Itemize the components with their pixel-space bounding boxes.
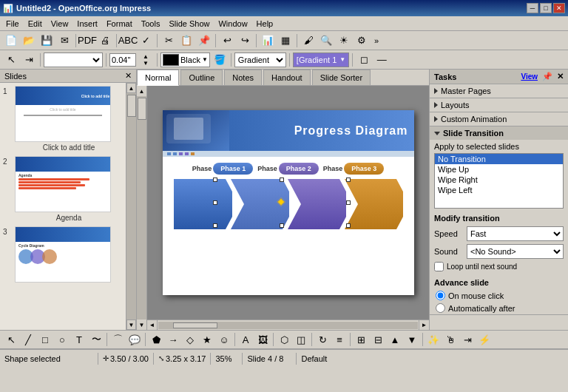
email-button[interactable]: ✉ [56,33,72,49]
shapes-btn[interactable]: ⬟ [148,331,164,348]
new-button[interactable]: 📄 [3,33,19,49]
table-button[interactable]: ▦ [277,33,294,49]
fromfile-btn[interactable]: 🖼 [254,331,271,348]
bring-front-btn[interactable]: ▲ [387,331,403,348]
size-up-btn[interactable]: ▲▼ [138,52,154,68]
auto-after-radio[interactable] [436,303,445,313]
slide-thumb-2[interactable]: 2 Agenda Agenda [3,156,123,222]
sel-handle-bl[interactable] [213,223,217,228]
menu-format[interactable]: Format [102,18,137,30]
line-tool[interactable]: ╱ [20,331,36,348]
size-input[interactable] [109,53,136,67]
sel-handle-tc[interactable] [280,178,284,182]
tasks-pin-icon[interactable]: 📌 [542,72,552,81]
save-button[interactable]: 💾 [38,33,55,49]
slides-panel-close[interactable]: ✕ [125,71,132,81]
speed-select[interactable]: Fast [467,226,564,241]
flowchart-btn[interactable]: ◇ [182,331,198,348]
print-button[interactable]: 🖨 [97,33,113,49]
menu-file[interactable]: File [1,18,24,30]
open-button[interactable]: 📂 [21,33,37,49]
stars-btn[interactable]: ★ [199,331,215,348]
slide-transition-header[interactable]: Slide Transition [430,126,568,140]
canvas-hscroll-thumb[interactable] [173,322,217,328]
callout-tool[interactable]: 💬 [126,331,143,348]
draw-btn1[interactable]: 🖌 [300,33,317,49]
overflow-btn[interactable]: » [374,36,379,45]
canvas-vscrollbar[interactable]: ▲ ▼ [137,86,147,330]
sel-handle-tl[interactable] [213,178,217,182]
effects-btn[interactable]: ⚡ [476,331,493,348]
symbols-btn[interactable]: ☺ [216,331,232,348]
arrows-btn[interactable]: → [165,331,181,348]
layouts-header[interactable]: Layouts [430,98,568,112]
slides-scroll-up[interactable]: ▲ [126,83,136,93]
select-tool[interactable]: ↖ [3,331,19,348]
close-button[interactable]: ✕ [553,3,565,13]
menu-view[interactable]: View [47,18,73,30]
undo-button[interactable]: ↩ [219,33,235,49]
group-btn[interactable]: ⊞ [353,331,369,348]
transition-no-transition[interactable]: No Transition [435,154,563,164]
draw-btn3[interactable]: ☀ [336,33,352,49]
autocorrect-button[interactable]: ✓ [138,33,154,49]
sound-select[interactable]: <No Sound> [467,244,564,259]
custom-animation-header[interactable]: Custom Animation [430,112,568,126]
fontwork-btn[interactable]: A [237,331,254,348]
slide-thumb-1[interactable]: 1 Click to add title Click to add title [3,86,123,152]
phase-pill-2[interactable]: Phase 2 [279,163,319,175]
text-tool[interactable]: T [71,331,87,348]
curve-tool[interactable]: 〜 [88,331,104,348]
connector-tool[interactable]: ⌒ [109,331,126,348]
gradient-dropdown-arrow[interactable]: ▼ [339,56,345,63]
animate-btn[interactable]: ✨ [425,331,442,348]
pointer-tool[interactable]: ↖ [3,52,19,68]
extrude-btn[interactable]: ⬡ [276,331,292,348]
ellipse-tool[interactable]: ○ [54,331,70,348]
redo-button[interactable]: ↪ [237,33,253,49]
transition-wipe-up[interactable]: Wipe Up [435,164,563,175]
sel-handle-mr[interactable] [346,200,351,205]
tasks-close-icon[interactable]: ✕ [557,72,564,81]
paste-button[interactable]: 📌 [196,33,212,49]
sel-handle-bc[interactable] [280,223,284,228]
slides-scroll-thumb[interactable] [127,95,136,117]
align-btn[interactable]: ≡ [331,331,348,348]
copy-button[interactable]: 📋 [178,33,195,49]
font-name-select[interactable] [44,53,103,67]
menu-insert[interactable]: Insert [72,18,102,30]
slide-thumb-3[interactable]: 3 Cycle Diagram [3,226,123,283]
menu-help[interactable]: Help [252,18,278,30]
shadow-btn[interactable]: ◻ [356,52,372,68]
canvas-hscroll-right[interactable]: ► [419,320,429,331]
tab-notes[interactable]: Notes [224,70,262,85]
tab-handout[interactable]: Handout [263,70,311,85]
rect-tool[interactable]: □ [37,331,53,348]
slides-vscrollbar[interactable]: ▲ ▼ [126,83,136,330]
ungroup-btn[interactable]: ⊟ [370,331,386,348]
slide-canvas[interactable]: Progress Diagram [163,110,414,295]
line-style-btn[interactable]: ― [373,52,390,68]
sel-handle-tr[interactable] [346,178,351,182]
menu-window[interactable]: Window [214,18,251,30]
tasks-view-btn[interactable]: View [521,72,538,81]
sel-handle-ml[interactable] [213,200,217,205]
transition-wipe-left[interactable]: Wipe Left [435,185,563,195]
loop-checkbox[interactable] [434,262,444,271]
maximize-button[interactable]: □ [540,3,552,13]
menu-edit[interactable]: Edit [24,18,47,30]
pdf-button[interactable]: PDF [79,33,95,49]
tab-slide-sorter[interactable]: Slide Sorter [312,70,371,85]
tab-order-btn[interactable]: ⇥ [21,52,37,68]
draw-btn2[interactable]: 🔍 [318,33,334,49]
master-pages-header[interactable]: Master Pages [430,84,568,98]
fill-type-select[interactable]: Gradient [234,53,286,67]
color-selector[interactable]: Black ▼ [160,53,210,67]
slides-scroll-down[interactable]: ▼ [126,320,136,330]
send-back-btn[interactable]: ▼ [404,331,420,348]
transition-wipe-right[interactable]: Wipe Right [435,175,563,185]
rotate-btn[interactable]: ↻ [314,331,331,348]
tab-order-tool[interactable]: ⇥ [459,331,476,348]
chart-button[interactable]: 📊 [260,33,276,49]
spell-button[interactable]: ABC [120,33,136,49]
